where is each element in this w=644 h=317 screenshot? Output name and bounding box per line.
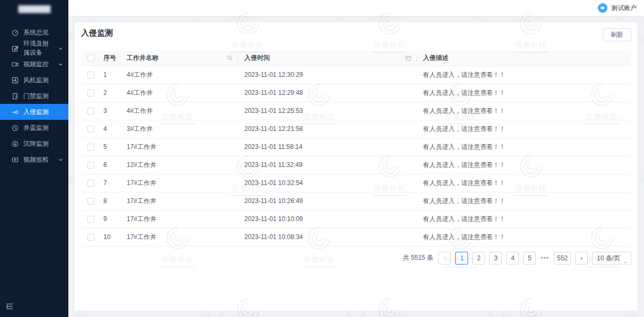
row-checkbox[interactable] [87,144,94,151]
pagination-page-2[interactable]: 2 [472,252,485,265]
sidebar-item-settlement-monitor[interactable]: 沉降监测 [0,136,68,152]
sidebar-item-label: 门禁监测 [23,92,49,101]
row-index: 1 [97,66,120,84]
sidebar-item-label: 井盖监测 [23,124,49,133]
column-header-desc: 入侵描述 [417,51,631,66]
page-size-select[interactable]: 10 条/页 [592,252,631,265]
sidebar-item-environment[interactable]: 环境及附属设备 [0,40,68,56]
row-checkbox-cell [81,210,97,228]
table-row: 24#工作井2023-11-01 12:29:48有人员进入，请注意查看！！ [81,84,631,102]
main-area: 测试账户 入侵监测 刷新 [68,0,644,317]
row-well-name: 4#工作井 [120,66,238,84]
table-row: 517#工作井2023-11-01 11:58:14有人员进入，请注意查看！！ [81,138,631,156]
table-row: 817#工作井2023-11-01 10:26:49有人员进入，请注意查看！！ [81,192,631,210]
sidebar-item-intrusion-monitor[interactable]: 入侵监测 [0,104,68,120]
column-label-desc: 入侵描述 [423,54,448,63]
row-index: 4 [97,120,120,138]
sidebar-item-fan-monitor[interactable]: 风机监测 [0,72,68,88]
row-intrusion-time: 2023-11-01 12:25:53 [238,102,417,120]
table-row: 917#工作井2023-11-01 10:10:09有人员进入，请注意查看！！ [81,210,631,228]
sidebar-item-system-overview[interactable]: 系统总览 [0,24,68,40]
row-intrusion-desc: 有人员进入，请注意查看！！ [417,102,631,120]
pagination-page-1[interactable]: 1 [455,252,468,265]
column-label-index: 序号 [103,54,116,63]
settlement-icon [12,140,19,147]
row-checkbox-cell [81,156,97,174]
sidebar: ████████ 系统总览环境及附属设备视频监控风机监测门禁监测入侵监测井盖监测… [0,0,68,317]
row-index: 6 [97,156,120,174]
row-checkbox[interactable] [87,90,94,96]
select-all-checkbox[interactable] [87,55,94,61]
pagination-prev-button[interactable]: ‹ [438,252,451,265]
row-intrusion-desc: 有人员进入，请注意查看！！ [417,120,631,138]
column-header-index: 序号 [97,51,120,66]
row-intrusion-desc: 有人员进入，请注意查看！！ [417,156,631,174]
row-index: 2 [97,84,120,102]
sidebar-item-label: 风机监测 [23,76,49,85]
row-intrusion-time: 2023-11-01 11:32:49 [238,156,417,174]
table-row: 612#工作井2023-11-01 11:32:49有人员进入，请注意查看！！ [81,156,631,174]
sidebar-item-access-monitor[interactable]: 门禁监测 [0,88,68,104]
app-title-redacted: ████████ [0,0,68,18]
table-row: 1017#工作井2023-11-01 10:08:34有人员进入，请注意查看！！ [81,228,631,246]
row-intrusion-time: 2023-11-01 10:08:34 [238,228,417,246]
row-intrusion-time: 2023-11-01 12:30:29 [238,66,417,84]
video-camera-icon [12,61,19,68]
column-header-name: 工作井名称 [120,51,238,66]
sidebar-item-label: 系统总览 [23,28,49,37]
row-checkbox[interactable] [87,126,94,133]
pagination-page-last[interactable]: 552 [554,252,571,265]
row-checkbox[interactable] [87,108,94,115]
sidebar-item-label: 视频监控 [23,60,49,69]
row-index: 9 [97,210,120,228]
row-checkbox[interactable] [87,216,94,223]
menu-fold-icon [5,302,14,313]
row-checkbox[interactable] [87,72,94,78]
row-checkbox[interactable] [87,198,94,205]
user-name: 测试账户 [611,4,637,13]
sidebar-item-manhole-monitor[interactable]: 井盖监测 [0,120,68,136]
user-account[interactable]: 测试账户 [598,3,637,13]
row-well-name: 17#工作井 [120,210,238,228]
pagination-ellipsis[interactable]: ••• [540,254,550,262]
row-intrusion-desc: 有人员进入，请注意查看！！ [417,192,631,210]
edit-square-icon [12,45,19,52]
table-row: 717#工作井2023-11-01 10:32:54有人员进入，请注意查看！！ [81,174,631,192]
column-label-time: 入侵时间 [244,54,270,63]
sidebar-collapse-button[interactable] [5,302,16,313]
pagination-page-4[interactable]: 4 [506,252,519,265]
sidebar-menu: 系统总览环境及附属设备视频监控风机监测门禁监测入侵监测井盖监测沉降监测视频巡检 [0,24,68,168]
dashboard-icon [12,29,19,36]
pagination-next-button[interactable]: › [575,252,588,265]
row-intrusion-time: 2023-11-01 10:26:49 [238,192,417,210]
sidebar-item-label: 视频巡检 [23,155,49,164]
chevron-down-icon [58,157,63,162]
sidebar-item-video-patrol[interactable]: 视频巡检 [0,152,68,168]
sidebar-item-label: 入侵监测 [23,108,49,117]
search-filter-icon[interactable] [227,55,233,61]
row-checkbox[interactable] [87,162,94,169]
row-intrusion-desc: 有人员进入，请注意查看！！ [417,210,631,228]
row-checkbox[interactable] [87,180,94,187]
column-label-name: 工作井名称 [127,54,158,63]
fan-icon [12,77,19,84]
table-row: 34#工作井2023-11-01 12:25:53有人员进入，请注意查看！！ [81,102,631,120]
row-checkbox[interactable] [87,234,94,241]
row-checkbox-cell [81,228,97,246]
row-intrusion-desc: 有人员进入，请注意查看！！ [417,138,631,156]
calendar-filter-icon[interactable] [405,55,411,61]
door-icon [12,93,19,100]
sidebar-item-video-monitor[interactable]: 视频监控 [0,56,68,72]
row-checkbox-cell [81,102,97,120]
refresh-button[interactable]: 刷新 [603,28,631,41]
row-checkbox-cell [81,120,97,138]
pagination-page-3[interactable]: 3 [489,252,502,265]
row-index: 8 [97,192,120,210]
intrusion-card: 入侵监测 刷新 序号 [75,22,638,311]
video-patrol-icon [12,156,19,163]
pagination-page-5[interactable]: 5 [523,252,536,265]
row-intrusion-time: 2023-11-01 11:58:14 [238,138,417,156]
row-checkbox-cell [81,84,97,102]
row-well-name: 17#工作井 [120,192,238,210]
row-intrusion-desc: 有人员进入，请注意查看！！ [417,66,631,84]
